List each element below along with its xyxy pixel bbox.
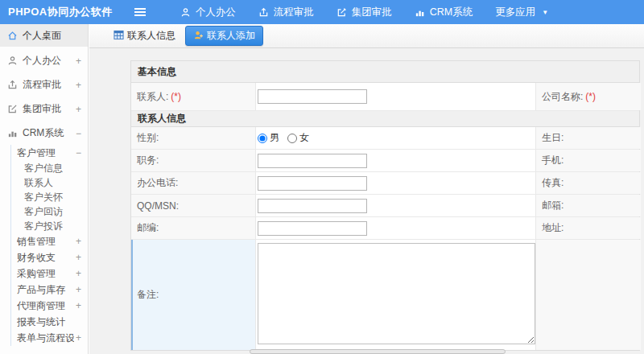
sidebar-item-workflow-approval[interactable]: 流程审批 + — [0, 75, 88, 95]
sidebar-item-form-workflow-settings[interactable]: 表单与流程设置 + — [11, 330, 88, 346]
contact-name-label: 联系人:(*) — [131, 83, 256, 110]
job-title-input[interactable] — [258, 154, 367, 168]
hamburger-glyph — [134, 7, 147, 17]
sidebar-item-customer-care[interactable]: 客户关怀 — [11, 190, 88, 204]
zip-code-input[interactable] — [258, 221, 367, 236]
required-mark: (*) — [585, 91, 596, 102]
nav-label: 更多应用 — [495, 6, 535, 19]
sidebar-item-purchase-management[interactable]: 采购管理 + — [11, 266, 88, 282]
sidebar-item-crm-system[interactable]: CRM系统 − — [0, 123, 88, 143]
tab-label: 联系人添加 — [207, 29, 255, 43]
tab-bar: 联系人信息 联系人添加 — [89, 24, 644, 48]
job-title-label: 职务: — [131, 150, 256, 171]
sidebar-item-admin-office[interactable]: 行政办公 + — [0, 350, 88, 354]
office-phone-label: 办公电话: — [131, 172, 256, 194]
remark-label: 备注: — [131, 240, 256, 350]
sidebar-item-group-approval[interactable]: 集团审批 + — [0, 99, 88, 119]
address-label: 地址: — [536, 217, 641, 239]
gender-male-radio[interactable] — [258, 134, 267, 143]
gender-male-label[interactable]: 男 — [270, 131, 279, 145]
gender-cell: 男 女 — [256, 127, 536, 149]
form-row-qq-email: QQ/MSN: 邮箱: — [131, 195, 639, 217]
remark-textarea[interactable] — [258, 243, 535, 344]
horizontal-scrollbar-thumb[interactable] — [250, 349, 506, 354]
nav-label: CRM系统 — [430, 6, 473, 19]
form-row-zip-address: 邮编: 地址: — [131, 217, 639, 240]
nav-personal-office[interactable]: 个人办公 — [169, 0, 247, 24]
sidebar-item-customer-info[interactable]: 客户信息 — [11, 161, 88, 175]
form-row-gender-birthday: 性别: 男 女 生日: — [131, 127, 639, 150]
form-row-job-mobile: 职务: 手机: — [131, 150, 639, 172]
nav-group-approval[interactable]: 集团审批 — [325, 0, 403, 24]
sidebar-item-personal-office[interactable]: 个人办公 + — [0, 51, 88, 71]
main-content: 联系人信息 联系人添加 基本信息 联系人:(*) — [89, 24, 644, 354]
sidebar-item-product-inventory[interactable]: 产品与库存 + — [11, 282, 88, 298]
top-bar: PHPOA协同办公软件 个人办公 流程审批 — [0, 0, 644, 24]
section-header-contact-info: 联系人信息 — [131, 111, 639, 127]
sidebar-item-agent-management[interactable]: 代理商管理 + — [11, 298, 88, 314]
nav-label: 流程审批 — [274, 6, 314, 19]
home-icon — [7, 31, 18, 41]
nav-workflow-approval[interactable]: 流程审批 — [247, 0, 325, 24]
gender-female-radio[interactable] — [287, 134, 297, 143]
bar-chart-icon — [415, 7, 425, 18]
nav-more-apps[interactable]: 更多应用 ▼ — [484, 0, 559, 24]
nav-label: 集团审批 — [352, 6, 392, 19]
contact-name-input[interactable] — [258, 89, 367, 104]
fax-label: 传真: — [536, 172, 641, 194]
person-add-icon — [193, 30, 204, 43]
remark-cell — [256, 240, 536, 350]
office-phone-input[interactable] — [258, 176, 367, 191]
edit-icon — [7, 104, 18, 114]
gender-radio-group: 男 女 — [258, 131, 316, 145]
sidebar-item-contacts[interactable]: 联系人 — [11, 175, 88, 190]
qq-msn-label: QQ/MSN: — [131, 195, 256, 216]
sidebar-item-personal-desktop[interactable]: 个人桌面 — [0, 24, 88, 47]
crm-subtree: 客户管理 − 客户信息 联系人 客户关怀 客户回访 客户投诉 销售管理 + — [10, 145, 88, 346]
nav-crm-system[interactable]: CRM系统 — [403, 0, 484, 24]
tab-label: 联系人信息 — [127, 29, 175, 43]
email-label: 邮箱: — [536, 195, 641, 216]
qq-msn-input[interactable] — [258, 199, 367, 213]
hamburger-menu-icon[interactable] — [129, 5, 151, 20]
zip-code-cell — [256, 217, 536, 239]
gender-female-label[interactable]: 女 — [299, 131, 309, 145]
form-row-remark: 备注: — [131, 240, 639, 350]
form-row-office-phone-fax: 办公电话: 传真: — [131, 172, 639, 195]
birthday-label: 生日: — [536, 127, 641, 149]
user-icon — [180, 7, 191, 18]
section-header-basic-info: 基本信息 — [131, 61, 639, 83]
sidebar-item-finance-income-expense[interactable]: 财务收支 + — [11, 249, 88, 266]
contact-name-cell — [256, 83, 536, 110]
caret-down-icon: ▼ — [542, 9, 548, 16]
office-phone-cell — [256, 172, 536, 194]
remark-right-spacer — [536, 240, 641, 350]
user-icon — [7, 56, 18, 66]
table-icon — [114, 30, 124, 43]
zip-code-label: 邮编: — [131, 217, 256, 239]
sidebar: 个人桌面 个人办公 + 流程审批 + 集团审批 + — [0, 24, 89, 354]
upload-icon — [7, 80, 18, 90]
bar-chart-icon — [7, 128, 18, 138]
sidebar-item-customer-return-visit[interactable]: 客户回访 — [11, 204, 88, 219]
sidebar-item-reports-statistics[interactable]: 报表与统计 — [11, 314, 88, 330]
contact-add-form: 基本信息 联系人:(*) 公司名称:(*) 联系人信息 性别: — [130, 60, 640, 351]
required-mark: (*) — [171, 91, 181, 102]
job-title-cell — [256, 150, 536, 171]
company-name-label: 公司名称:(*) — [536, 83, 641, 110]
top-navigation: 个人办公 流程审批 集团审批 — [169, 0, 559, 24]
edit-icon — [336, 7, 347, 18]
tab-contact-info[interactable]: 联系人信息 — [109, 26, 180, 46]
upload-icon — [258, 7, 269, 18]
gender-label: 性别: — [131, 127, 256, 149]
qq-msn-cell — [256, 195, 536, 216]
app-logo: PHPOA协同办公软件 — [0, 5, 121, 19]
mobile-label: 手机: — [536, 150, 641, 171]
sidebar-item-customer-complaint[interactable]: 客户投诉 — [11, 219, 88, 233]
tab-contact-add[interactable]: 联系人添加 — [185, 26, 263, 46]
sidebar-item-sales-management[interactable]: 销售管理 + — [11, 233, 88, 249]
nav-label: 个人办公 — [196, 6, 236, 19]
sidebar-item-customer-management[interactable]: 客户管理 − — [11, 145, 88, 161]
app-window: PHPOA协同办公软件 个人办公 流程审批 — [0, 0, 644, 354]
form-row-contact-company: 联系人:(*) 公司名称:(*) — [131, 83, 639, 111]
